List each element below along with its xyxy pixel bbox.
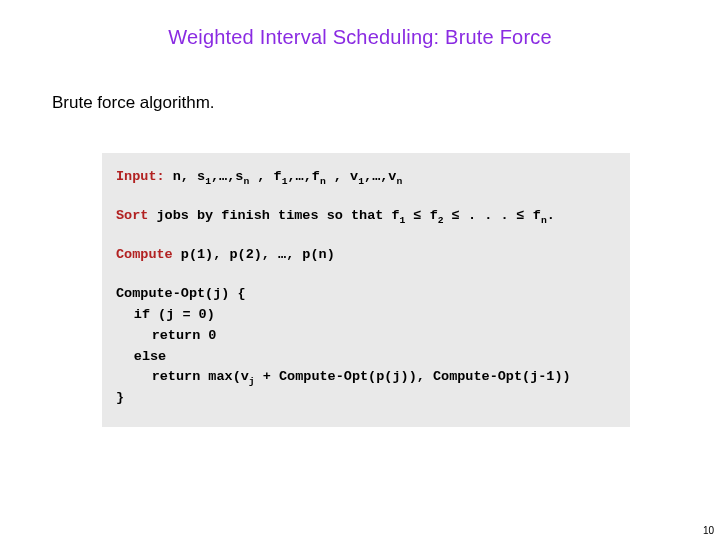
code-line-sort: Sort jobs by finish times so that f1 ≤ f… [116,206,616,227]
code-line-return-0: return 0 [116,326,616,347]
code-line-input: Input: n, s1,…,sn , f1,…,fn , v1,…,vn [116,167,616,188]
code-line-return-max: return max(vj + Compute-Opt(p(j)), Compu… [116,367,616,388]
code-line-if: if (j = 0) [116,305,616,326]
keyword-else: else [134,349,166,364]
text: ≤ [517,208,533,223]
blank-line [116,188,616,206]
text: , [249,169,273,184]
keyword-compute: Compute [116,247,173,262]
text: f [312,169,320,184]
text: 0 [200,328,216,343]
text: ,…, [211,169,235,184]
text: v [350,169,358,184]
code-line-fn-head: Compute-Opt(j) { [116,284,616,305]
text: ,…, [364,169,388,184]
code-line-brace-close: } [116,388,616,409]
keyword-if: if [134,307,150,322]
text: f [533,208,541,223]
text: . [547,208,555,223]
text: max(v [200,369,249,384]
text: jobs by finish times so that f [148,208,399,223]
keyword-input: Input: [116,169,165,184]
slide: Weighted Interval Scheduling: Brute Forc… [0,0,720,540]
text: , [326,169,350,184]
text: n, s [165,169,206,184]
keyword-return: return [152,369,201,384]
text: p(1), p(2), …, p(n) [173,247,335,262]
blank-line [116,227,616,245]
text: ≤ [444,208,460,223]
text: (j = 0) [150,307,215,322]
text: f [274,169,282,184]
text: + Compute-Opt(p(j)), Compute-Opt(j-1)) [255,369,571,384]
sub: n [396,176,402,187]
text: ,…, [288,169,312,184]
page-number: 10 [703,525,714,536]
code-line-compute: Compute p(1), p(2), …, p(n) [116,245,616,266]
subtitle: Brute force algorithm. [52,93,680,113]
text: . . . [460,208,517,223]
blank-line [116,266,616,284]
text: ≤ [405,208,429,223]
keyword-return: return [152,328,201,343]
code-block: Input: n, s1,…,sn , f1,…,fn , v1,…,vn So… [102,153,630,427]
page-title: Weighted Interval Scheduling: Brute Forc… [40,26,680,49]
keyword-sort: Sort [116,208,148,223]
text: f [430,208,438,223]
code-line-else: else [116,347,616,368]
